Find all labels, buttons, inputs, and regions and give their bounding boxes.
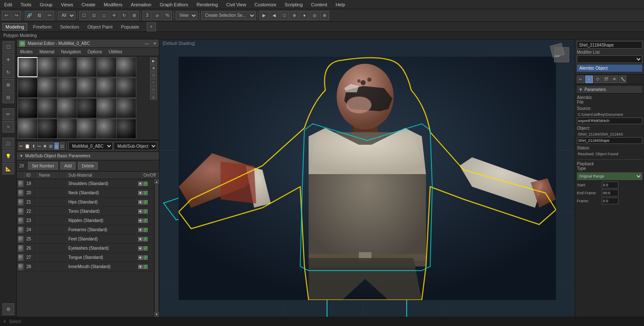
settings-tool[interactable]: ⚙ [3,303,14,315]
mat-side-btn2[interactable]: ⊕ [150,65,157,71]
mat-editor-minimize[interactable]: — [145,41,149,46]
mat-menu-navigation[interactable]: Navigation [60,49,83,55]
camera-tool[interactable]: 🎥 [3,138,14,149]
tab-populate[interactable]: Populate [118,23,141,30]
mat-sphere-17[interactable] [96,98,117,118]
mat-row-vis-checkbox[interactable]: ■ [138,265,143,269]
mat-sphere-6[interactable] [116,57,136,77]
scale-tool[interactable]: ⊞ [3,79,14,91]
select-region-btn[interactable]: ⊡ [89,11,99,20]
tab-modeling[interactable]: Modeling [3,23,27,31]
rotate-tool[interactable]: ↻ [3,66,14,78]
start-value-field[interactable] [602,182,618,188]
mat-side-btn6[interactable]: △ [150,93,157,100]
mat-tb-assign[interactable]: ↪ [37,142,42,150]
mat-sphere-10[interactable] [77,78,97,98]
mat-list-row[interactable]: 25 Feet (Standard) ■ ✓ [17,235,154,244]
scroll-thumb[interactable] [155,185,158,311]
mat-row-on-checkbox[interactable]: ✓ [143,237,148,241]
select-btn[interactable]: ☐ [79,11,88,20]
mat-side-btn5[interactable]: □ [150,86,157,93]
playback-type-select[interactable]: Original Range [577,172,642,180]
mat-sphere-19[interactable] [18,119,38,139]
mat-sphere-14[interactable] [37,98,57,118]
light-tool[interactable]: 💡 [3,150,14,162]
add-btn[interactable]: Add [60,162,75,170]
mat-row-on-checkbox[interactable]: ✓ [143,200,148,204]
mat-sphere-11[interactable] [96,78,117,98]
mat-sphere-3[interactable] [57,57,77,77]
set-number-btn[interactable]: Set Number [28,162,58,170]
mat-sphere-12[interactable] [116,78,136,98]
mat-menu-options[interactable]: Options [86,49,104,55]
rt-btn-clock[interactable]: ⏱ [594,76,601,83]
mat-sphere-21[interactable] [57,119,77,139]
mat-sphere-9[interactable] [57,78,77,98]
multi-sub-header[interactable]: ▼ Multi/Sub-Object Basic Parameters [17,152,159,160]
uniform-scale-tool[interactable]: ⊟ [3,91,14,103]
mat-sphere-16[interactable] [77,98,97,118]
mat-list-scrollbar[interactable]: ▲ ▼ [154,179,159,317]
mat-row-on-checkbox[interactable]: ✓ [143,182,148,186]
mat-list-row[interactable]: 26 Eyelashes (Standard) ■ ✓ [17,244,154,253]
render-btn[interactable]: ◀ [270,11,279,20]
link-button[interactable]: 🔗 [25,11,34,20]
menu-views[interactable]: Views [59,1,75,8]
tab-selection[interactable]: Selection [57,23,81,30]
select-tool[interactable]: ☐ [3,41,14,53]
mat-row-on-checkbox[interactable]: ✓ [143,256,148,260]
tab-object-paint[interactable]: Object Paint [85,23,115,30]
menu-help[interactable]: Help [334,1,347,8]
mat-tb-get[interactable]: 📋 [24,142,30,150]
mat-row-vis-checkbox[interactable]: ■ [138,219,143,223]
snap-btn[interactable]: 3 [143,11,152,20]
all-dropdown[interactable]: All [58,11,75,20]
mat-tb-inst[interactable]: ⊡ [60,142,65,150]
mat-list-row[interactable]: 19 Shoulders (Standard) ■ ✓ [17,179,154,188]
menu-civil-view[interactable]: Civil View [225,1,248,8]
modifier-dropdown[interactable] [577,55,642,63]
mat-row-on-checkbox[interactable]: ✓ [143,209,148,214]
mat-sphere-13[interactable] [18,98,38,118]
mat-sphere-24[interactable] [116,119,136,139]
render-setup-btn[interactable]: ▶ [260,11,269,20]
mat-row-vis-checkbox[interactable]: ■ [138,256,143,260]
mat-list-row[interactable]: 27 Tongue (Standard) ■ ✓ [17,253,154,262]
smooth-tool[interactable]: ≈ [3,121,14,133]
mat-sphere-22[interactable] [77,119,97,139]
mat-list-row[interactable]: 28 InnerMouth (Standard) ■ ✓ [17,262,154,271]
menu-modifiers[interactable]: Modifiers [102,1,124,8]
mat-sphere-1[interactable] [18,57,38,77]
mat-side-btn1[interactable]: ▶ [150,57,157,64]
mat-list-row[interactable]: 22 Torso (Standard) ■ ✓ [17,207,154,216]
mat-row-vis-checkbox[interactable]: ■ [138,228,143,232]
unlink-button[interactable]: ⛓ [35,11,44,20]
viewport[interactable]: [Default Shading] [159,39,575,317]
tab-plus-btn[interactable]: + [147,22,156,31]
move-btn[interactable]: ✛ [109,11,119,20]
mat-row-on-checkbox[interactable]: ✓ [143,246,148,250]
mat-list-row[interactable]: 21 Hips (Standard) ■ ✓ [17,198,154,207]
end-frame-field[interactable] [602,190,618,196]
mat-row-vis-checkbox[interactable]: ■ [138,237,143,241]
menu-edit[interactable]: Edit [3,1,14,8]
mat-tb-put[interactable]: ⬆ [31,142,36,150]
percent-btn[interactable]: % [163,11,172,20]
mat-editor-close[interactable]: ✕ [153,41,156,46]
create-selection-dropdown[interactable]: Create Selection Se... [201,11,256,20]
rt-btn-motion[interactable]: 🎬 [602,76,610,83]
mat-row-vis-checkbox[interactable]: ■ [138,200,143,204]
mat-menu-utilities[interactable]: Utilities [107,49,124,55]
params-header[interactable]: ▼ Parameters [577,86,642,94]
menu-customize[interactable]: Customize [253,1,278,8]
menu-group[interactable]: Group [38,1,55,8]
mat-row-vis-checkbox[interactable]: ■ [138,182,143,186]
mat-side-btn3[interactable]: ⬡ [150,72,157,78]
move-tool[interactable]: ✛ [3,54,14,65]
mat-row-vis-checkbox[interactable]: ■ [138,191,143,195]
mat-list-row[interactable]: 20 Neck (Standard) ■ ✓ [17,188,154,198]
mat-row-on-checkbox[interactable]: ✓ [143,228,148,232]
material-editor-btn[interactable]: ⬡ [280,11,289,20]
effects-btn[interactable]: ⊗ [320,11,329,20]
tab-freeform[interactable]: Freeform [31,23,55,30]
